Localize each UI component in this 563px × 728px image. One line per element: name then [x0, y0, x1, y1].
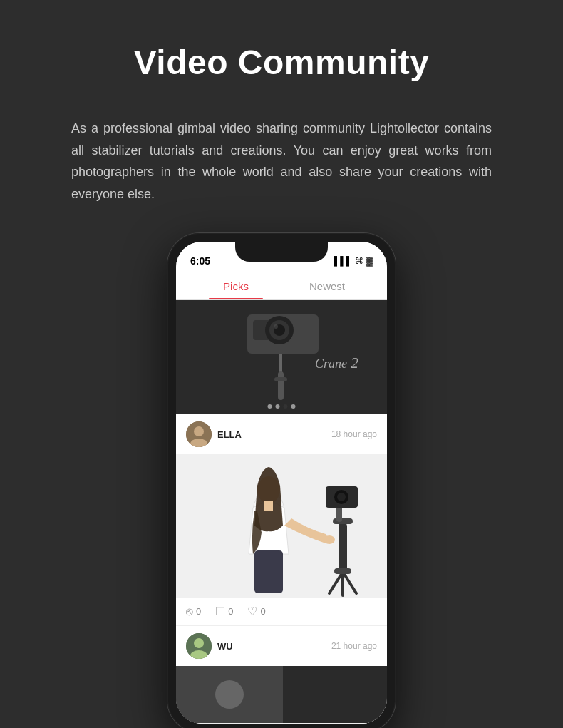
svg-point-13 [194, 426, 204, 436]
post-wu-user: WU [186, 633, 233, 659]
avatar-ella [186, 421, 212, 447]
title-section: Video Community [134, 43, 430, 89]
svg-text:Crane: Crane [315, 357, 347, 371]
status-icons: ▌▌▌ ⌘ ▓ [334, 256, 373, 266]
page-container: Video Community As a professional gimbal… [0, 0, 563, 728]
svg-point-20 [324, 535, 335, 544]
app-tabs: Picks Newest [176, 273, 387, 300]
post-wu-header: WU 21 hour ago [176, 626, 387, 666]
banner-dots [268, 404, 296, 409]
svg-rect-31 [334, 568, 351, 574]
share-action[interactable]: ⎋ 0 [186, 605, 201, 618]
svg-rect-21 [254, 550, 283, 593]
ella-post-image [176, 454, 387, 597]
svg-point-33 [194, 638, 204, 648]
page-title: Video Community [134, 43, 430, 82]
svg-point-7 [274, 324, 278, 329]
ella-post-time: 18 hour ago [331, 429, 377, 439]
dot-1 [268, 404, 272, 409]
svg-rect-19 [264, 501, 273, 511]
avatar-wu [186, 633, 212, 659]
comment-action[interactable]: ☐ 0 [215, 605, 233, 618]
svg-rect-22 [339, 522, 347, 572]
post-wu: WU 21 hour ago [176, 626, 387, 724]
dot-3 [284, 404, 288, 409]
svg-text:2: 2 [351, 354, 358, 371]
svg-rect-10 [278, 371, 284, 400]
wu-post-image [176, 666, 387, 723]
featured-banner: Crane 2 [176, 300, 387, 414]
dot-4 [291, 404, 296, 409]
ella-image-svg [176, 454, 387, 597]
status-time: 6:05 [190, 255, 210, 267]
svg-point-37 [215, 680, 244, 709]
svg-rect-11 [274, 377, 287, 381]
phone-outer: 6:05 ▌▌▌ ⌘ ▓ Picks Newest [167, 233, 396, 728]
share-count: 0 [196, 606, 201, 617]
post-ella: ELLA 18 hour ago [176, 414, 387, 626]
battery-icon: ▓ [366, 256, 373, 266]
signal-icon: ▌▌▌ [334, 256, 353, 266]
post-ella-user: ELLA [186, 421, 242, 447]
phone-screen: 6:05 ▌▌▌ ⌘ ▓ Picks Newest [176, 242, 387, 724]
svg-point-27 [337, 493, 346, 501]
wu-username: WU [217, 641, 233, 652]
phone-notch [235, 242, 328, 262]
comment-count: 0 [228, 606, 233, 617]
wu-image-svg [176, 666, 387, 723]
comment-icon: ☐ [215, 605, 225, 618]
share-icon: ⎋ [186, 605, 193, 618]
ella-username: ELLA [217, 429, 242, 440]
banner-svg: Crane 2 [176, 300, 387, 414]
wifi-icon: ⌘ [355, 256, 363, 266]
tab-newest[interactable]: Newest [282, 273, 373, 299]
ella-post-actions: ⎋ 0 ☐ 0 ♡ 0 [176, 597, 387, 625]
like-action[interactable]: ♡ 0 [247, 605, 265, 618]
description-text: As a professional gimbal video sharing c… [71, 118, 492, 205]
dot-2 [276, 404, 280, 409]
wu-post-time: 21 hour ago [331, 641, 377, 651]
svg-rect-23 [333, 518, 353, 524]
phone-mockup: 6:05 ▌▌▌ ⌘ ▓ Picks Newest [167, 233, 396, 728]
tab-picks[interactable]: Picks [190, 273, 282, 299]
heart-icon: ♡ [247, 605, 257, 618]
post-ella-header: ELLA 18 hour ago [176, 414, 387, 454]
like-count: 0 [260, 606, 265, 617]
banner-inner: Crane 2 [176, 300, 387, 414]
